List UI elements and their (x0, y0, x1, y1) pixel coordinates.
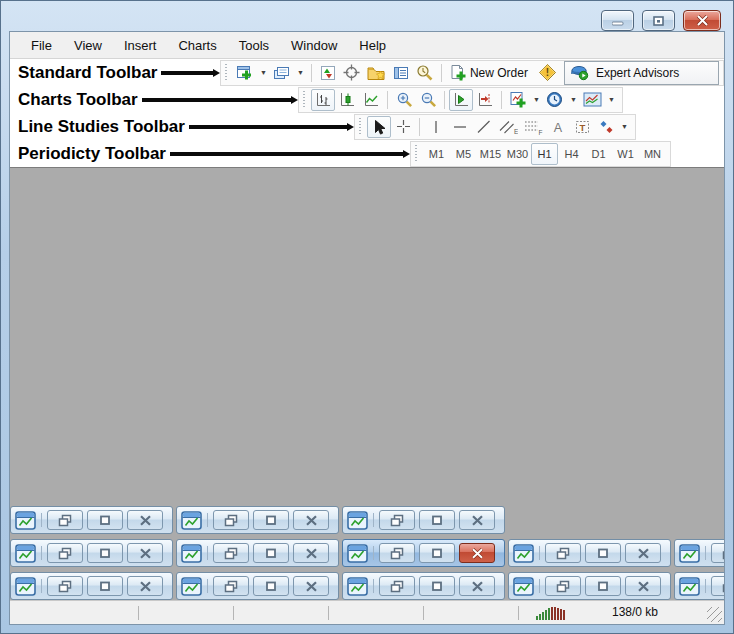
periods-button[interactable] (543, 89, 567, 111)
close-button[interactable] (127, 510, 163, 530)
restore-button[interactable] (545, 576, 581, 596)
dropdown-arrow-icon[interactable]: ▼ (605, 96, 618, 103)
new-order-button[interactable]: New Order (446, 62, 535, 84)
minimize-button[interactable] (253, 543, 289, 563)
minimize-button[interactable] (585, 576, 621, 596)
crosshair-button[interactable] (391, 116, 415, 138)
timeframe-M5-button[interactable]: M5 (450, 143, 477, 165)
toolbar-grip[interactable] (359, 118, 363, 136)
minimized-chart-window[interactable] (674, 572, 724, 600)
navigator-button[interactable] (364, 62, 389, 84)
strategy-tester-button[interactable] (413, 62, 437, 84)
templates-button[interactable] (580, 89, 605, 111)
close-button[interactable] (127, 576, 163, 596)
restore-button[interactable] (379, 510, 415, 530)
equidistant-channel-button[interactable]: E (496, 116, 521, 138)
resize-grip[interactable] (707, 607, 722, 622)
market-watch-button[interactable] (316, 62, 340, 84)
candlestick-chart-button[interactable] (335, 89, 359, 111)
fibonacci-retracement-button[interactable]: F (521, 116, 546, 138)
line-chart-button[interactable] (359, 89, 383, 111)
new-chart-button[interactable] (233, 62, 257, 84)
restore-button[interactable] (213, 576, 249, 596)
trendline-button[interactable] (472, 116, 496, 138)
minimized-chart-window[interactable] (176, 506, 339, 534)
indicators-button[interactable] (506, 89, 530, 111)
vertical-line-button[interactable] (424, 116, 448, 138)
minimize-button[interactable] (87, 543, 123, 563)
toolbar-grip[interactable] (303, 91, 307, 109)
minimize-button[interactable] (87, 510, 123, 530)
restore-button[interactable] (379, 576, 415, 596)
restore-button[interactable] (711, 543, 724, 563)
timeframe-H4-button[interactable]: H4 (558, 143, 585, 165)
dropdown-arrow-icon[interactable]: ▼ (567, 96, 580, 103)
restore-button[interactable] (47, 510, 83, 530)
minimized-chart-window[interactable] (176, 539, 339, 567)
chart-shift-button[interactable] (473, 89, 497, 111)
dropdown-arrow-icon[interactable]: ▼ (294, 69, 307, 76)
restore-button[interactable] (47, 543, 83, 563)
minimized-chart-window[interactable] (10, 506, 173, 534)
minimized-chart-window-active[interactable] (342, 539, 505, 567)
timeframe-D1-button[interactable]: D1 (585, 143, 612, 165)
auto-scroll-button[interactable] (449, 89, 473, 111)
dropdown-arrow-icon[interactable]: ▼ (618, 123, 631, 130)
minimize-button[interactable] (585, 543, 621, 563)
timeframe-W1-button[interactable]: W1 (612, 143, 639, 165)
close-button[interactable] (293, 543, 329, 563)
restore-button[interactable] (379, 543, 415, 563)
restore-button[interactable] (711, 576, 724, 596)
window-minimize-button[interactable] (601, 10, 634, 31)
minimized-chart-window[interactable] (10, 539, 173, 567)
close-button[interactable] (459, 543, 495, 563)
close-button[interactable] (625, 543, 661, 563)
dropdown-arrow-icon[interactable]: ▼ (257, 69, 270, 76)
text-button[interactable]: A (546, 116, 570, 138)
menu-tools[interactable]: Tools (228, 34, 280, 57)
close-button[interactable] (459, 576, 495, 596)
toolbar-grip[interactable] (415, 145, 419, 163)
terminal-button[interactable] (389, 62, 413, 84)
minimized-chart-window[interactable] (342, 572, 505, 600)
timeframe-M30-button[interactable]: M30 (504, 143, 531, 165)
timeframe-M15-button[interactable]: M15 (477, 143, 504, 165)
zoom-out-button[interactable] (416, 89, 440, 111)
menu-charts[interactable]: Charts (167, 34, 227, 57)
minimized-chart-window[interactable] (176, 572, 339, 600)
restore-button[interactable] (47, 576, 83, 596)
profiles-button[interactable] (270, 62, 294, 84)
minimize-button[interactable] (87, 576, 123, 596)
close-button[interactable] (293, 576, 329, 596)
minimize-button[interactable] (419, 576, 455, 596)
minimize-button[interactable] (253, 576, 289, 596)
dropdown-arrow-icon[interactable]: ▼ (530, 96, 543, 103)
horizontal-line-button[interactable] (448, 116, 472, 138)
cursor-button[interactable] (367, 116, 391, 138)
minimized-chart-window[interactable] (342, 506, 505, 534)
menu-insert[interactable]: Insert (113, 34, 168, 57)
data-window-button[interactable] (340, 62, 364, 84)
title-bar[interactable] (1, 1, 733, 31)
close-button[interactable] (127, 543, 163, 563)
restore-button[interactable] (545, 543, 581, 563)
close-button[interactable] (459, 510, 495, 530)
arrow-objects-button[interactable] (594, 116, 618, 138)
minimize-button[interactable] (253, 510, 289, 530)
timeframe-H1-button[interactable]: H1 (531, 143, 558, 165)
timeframe-M1-button[interactable]: M1 (423, 143, 450, 165)
zoom-in-button[interactable] (392, 89, 416, 111)
menu-window[interactable]: Window (280, 34, 348, 57)
text-label-button[interactable]: T (570, 116, 594, 138)
menu-file[interactable]: File (20, 34, 63, 57)
restore-button[interactable] (213, 510, 249, 530)
close-button[interactable] (625, 576, 661, 596)
metaeditor-warning-button[interactable]: ! (535, 62, 560, 84)
close-button[interactable] (293, 510, 329, 530)
window-close-button[interactable] (683, 10, 721, 31)
minimized-chart-window[interactable] (508, 539, 671, 567)
minimized-chart-window[interactable] (508, 572, 671, 600)
minimized-chart-window[interactable] (10, 572, 173, 600)
restore-button[interactable] (213, 543, 249, 563)
bar-chart-button[interactable] (311, 89, 335, 111)
